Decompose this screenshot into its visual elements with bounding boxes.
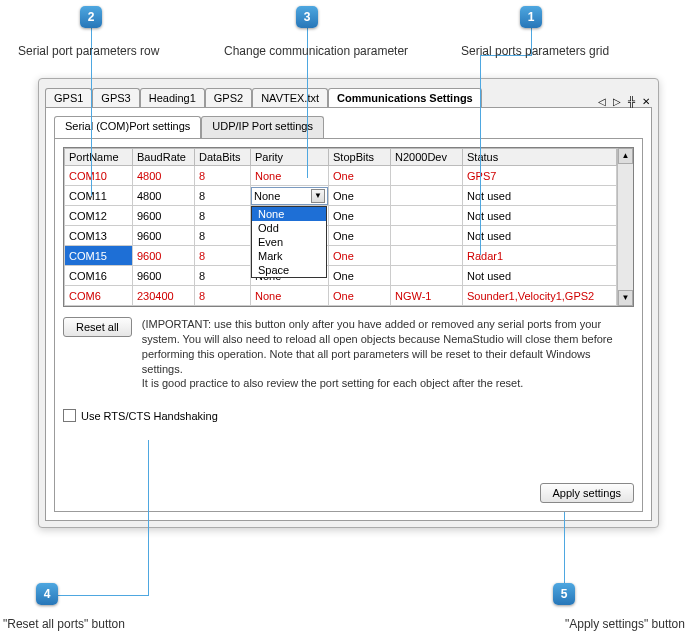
dropdown-option[interactable]: Odd <box>252 221 326 235</box>
subtabstrip: Serial (COM)Port settings UDP/IP Port se… <box>54 116 643 138</box>
apply-settings-button[interactable]: Apply settings <box>540 483 634 503</box>
table-row[interactable]: COM1396008OneNot used <box>65 226 617 246</box>
table-row[interactable]: COM1596008OneRadar1 <box>65 246 617 266</box>
tab-pin-icon[interactable]: ╬ <box>626 96 637 107</box>
col-stopbits[interactable]: StopBits <box>329 149 391 166</box>
handshaking-label: Use RTS/CTS Handshaking <box>81 410 218 422</box>
window: GPS1 GPS3 Heading1 GPS2 NAVTEX.txt Commu… <box>38 78 659 528</box>
subpanel: PortName BaudRate DataBits Parity StopBi… <box>54 138 643 512</box>
callout-label-1: Serial ports parameters grid <box>461 44 609 58</box>
dropdown-option[interactable]: None <box>252 207 326 221</box>
scroll-down-icon[interactable]: ▼ <box>618 290 633 306</box>
scrollbar[interactable]: ▲ ▼ <box>617 148 633 306</box>
scroll-up-icon[interactable]: ▲ <box>618 148 633 164</box>
chevron-down-icon[interactable]: ▼ <box>311 189 325 203</box>
tab-close-icon[interactable]: ✕ <box>640 96 652 107</box>
table-row[interactable]: COM62304008NoneOneNGW-1Sounder1,Velocity… <box>65 286 617 306</box>
col-baudrate[interactable]: BaudRate <box>133 149 195 166</box>
table-row[interactable]: COM1296008OneNot used <box>65 206 617 226</box>
callout-badge-5: 5 <box>553 583 575 605</box>
col-databits[interactable]: DataBits <box>195 149 251 166</box>
table-row[interactable]: COM1048008NoneOneGPS7 <box>65 166 617 186</box>
callout-badge-1: 1 <box>520 6 542 28</box>
dropdown-option[interactable]: Space <box>252 263 326 277</box>
callout-line <box>47 595 149 596</box>
parity-dropdown[interactable]: None ▼ None Odd Even Mark Space <box>251 187 328 205</box>
subtab-serial[interactable]: Serial (COM)Port settings <box>54 116 201 139</box>
dropdown-value: None <box>254 190 280 202</box>
col-status[interactable]: Status <box>463 149 617 166</box>
reset-all-button[interactable]: Reset all <box>63 317 132 337</box>
handshaking-checkbox[interactable] <box>63 409 76 422</box>
callout-label-5: "Apply settings" button <box>565 617 685 631</box>
callout-label-3: Change communication parameter <box>224 44 408 58</box>
col-n2000dev[interactable]: N2000Dev <box>391 149 463 166</box>
dropdown-option[interactable]: Mark <box>252 249 326 263</box>
tab-gps1[interactable]: GPS1 <box>45 88 92 107</box>
tab-gps2[interactable]: GPS2 <box>205 88 252 107</box>
callout-label-4: "Reset all ports" button <box>3 617 125 631</box>
dropdown-option[interactable]: Even <box>252 235 326 249</box>
reset-note: (IMPORTANT: use this button only after y… <box>142 317 634 391</box>
callout-badge-3: 3 <box>296 6 318 28</box>
subtab-udp[interactable]: UDP/IP Port settings <box>201 116 324 138</box>
grid: PortName BaudRate DataBits Parity StopBi… <box>63 147 634 307</box>
col-parity[interactable]: Parity <box>251 149 329 166</box>
dropdown-list: None Odd Even Mark Space <box>251 206 327 278</box>
callout-label-2: Serial port parameters row <box>18 44 159 58</box>
callout-badge-4: 4 <box>36 583 58 605</box>
tab-gps3[interactable]: GPS3 <box>92 88 139 107</box>
table-row[interactable]: COM1696008NoneOneNot used <box>65 266 617 286</box>
tab-heading1[interactable]: Heading1 <box>140 88 205 107</box>
callout-badge-2: 2 <box>80 6 102 28</box>
tab-controls: ◁ ▷ ╬ ✕ <box>596 96 652 107</box>
table-row[interactable]: COM1148008 None ▼ None Odd Even Mark <box>65 186 617 206</box>
tab-navtex[interactable]: NAVTEX.txt <box>252 88 328 107</box>
tabpanel: Serial (COM)Port settings UDP/IP Port se… <box>45 107 652 521</box>
tab-comm-settings[interactable]: Communications Settings <box>328 88 482 107</box>
col-portname[interactable]: PortName <box>65 149 133 166</box>
tabstrip: GPS1 GPS3 Heading1 GPS2 NAVTEX.txt Commu… <box>45 85 652 107</box>
grid-header-row: PortName BaudRate DataBits Parity StopBi… <box>65 149 617 166</box>
tab-prev-icon[interactable]: ◁ <box>596 96 608 107</box>
tab-next-icon[interactable]: ▷ <box>611 96 623 107</box>
